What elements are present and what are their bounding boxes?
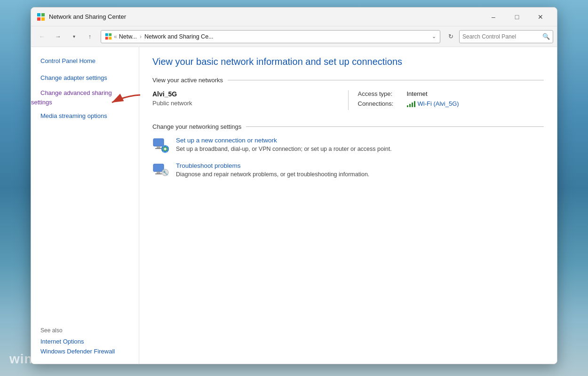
- svg-rect-2: [37, 17, 40, 21]
- active-networks-grid: Alvi_5G Public network Access type: Inte…: [152, 90, 544, 110]
- access-type-value: Internet: [407, 90, 428, 97]
- svg-rect-22: [155, 173, 162, 174]
- networking-settings-label: Change your networking settings: [152, 123, 241, 130]
- svg-rect-11: [155, 148, 162, 149]
- troubleshoot-icon: 🔧: [152, 162, 169, 179]
- svg-rect-10: [157, 146, 160, 148]
- sidebar-item-change-adapter-settings[interactable]: Change adapter settings: [31, 71, 139, 85]
- wifi-connection-link[interactable]: Wi-Fi (Alvi_5G): [407, 100, 459, 107]
- content-area: Control Panel Home Change adapter settin…: [31, 47, 557, 364]
- up-button[interactable]: ↑: [83, 30, 97, 43]
- address-box[interactable]: « Netw... › Network and Sharing Ce... ⌄: [101, 30, 440, 43]
- wifi-bar-1: [407, 105, 408, 107]
- networking-settings-section-header: Change your networking settings: [152, 123, 544, 130]
- breadcrumb-1: Netw...: [119, 33, 137, 40]
- svg-text:🔧: 🔧: [162, 170, 168, 176]
- setting-item-troubleshoot: 🔧 Troubleshoot problems Diagnose and rep…: [152, 162, 544, 179]
- connections-row: Connections: Wi-Fi (Alvi_5G): [358, 100, 544, 107]
- sidebar-item-control-panel-home[interactable]: Control Panel Home: [31, 55, 139, 68]
- network-type: Public network: [152, 100, 339, 107]
- wifi-link-text: Wi-Fi (Alvi_5G): [418, 100, 459, 107]
- svg-rect-7: [109, 37, 111, 39]
- forward-button[interactable]: →: [51, 30, 65, 43]
- see-also-label: See also: [40, 327, 129, 334]
- page-title: View your basic network information and …: [152, 56, 544, 67]
- sidebar-item-change-advanced-sharing[interactable]: Change advanced sharing settings: [31, 87, 112, 108]
- titlebar: Network and Sharing Center – □ ✕: [31, 8, 557, 26]
- sidebar-windows-defender-firewall[interactable]: Windows Defender Firewall: [40, 346, 129, 356]
- minimize-button[interactable]: –: [483, 9, 504, 24]
- sidebar-item-media-streaming-options[interactable]: Media streaming options: [31, 110, 139, 123]
- sidebar-internet-options[interactable]: Internet Options: [40, 337, 129, 346]
- address-icon: [105, 33, 112, 40]
- svg-rect-9: [153, 139, 164, 146]
- window-controls: – □ ✕: [483, 9, 551, 24]
- address-dropdown-arrow[interactable]: ⌄: [432, 33, 436, 39]
- maximize-button[interactable]: □: [506, 9, 528, 24]
- main-panel: View your basic network information and …: [139, 47, 557, 364]
- address-bar: ← → ▾ ↑ « Netw... › Network and Sharing …: [31, 26, 557, 47]
- svg-rect-4: [105, 33, 108, 36]
- new-connection-icon: [152, 137, 169, 154]
- new-connection-desc: Set up a broadband, dial-up, or VPN conn…: [176, 145, 392, 154]
- search-input[interactable]: [462, 33, 540, 40]
- active-networks-label: View your active networks: [152, 77, 223, 84]
- window-icon: [37, 13, 45, 21]
- search-box: 🔍: [459, 30, 553, 43]
- breadcrumb-2: Network and Sharing Ce...: [144, 33, 214, 40]
- wifi-bar-4: [414, 101, 415, 107]
- network-access: Access type: Internet Connections:: [349, 90, 544, 110]
- new-connection-link[interactable]: Set up a new connection or network: [176, 137, 392, 144]
- annotation-arrow: [106, 92, 144, 111]
- window: Network and Sharing Center – □ ✕ ← → ▾ ↑…: [31, 7, 557, 364]
- window-title: Network and Sharing Center: [49, 13, 483, 20]
- access-type-label: Access type:: [358, 90, 405, 97]
- setting-text-new-connection: Set up a new connection or network Set u…: [176, 137, 392, 154]
- refresh-button[interactable]: ↻: [444, 30, 457, 43]
- back-button[interactable]: ←: [35, 30, 49, 43]
- troubleshoot-desc: Diagnose and repair network problems, or…: [176, 171, 369, 179]
- troubleshoot-link[interactable]: Troubleshoot problems: [176, 162, 369, 169]
- network-name: Alvi_5G: [152, 90, 339, 98]
- close-button[interactable]: ✕: [530, 9, 551, 24]
- wifi-bar-2: [409, 104, 411, 107]
- network-info: Alvi_5G Public network: [152, 90, 349, 110]
- svg-rect-1: [41, 13, 45, 16]
- connections-label: Connections:: [358, 100, 405, 107]
- setting-text-troubleshoot: Troubleshoot problems Diagnose and repai…: [176, 162, 369, 179]
- sidebar: Control Panel Home Change adapter settin…: [31, 47, 139, 364]
- wifi-bar-3: [412, 102, 413, 107]
- svg-rect-5: [109, 33, 111, 36]
- sidebar-see-also: See also Internet Options Windows Defend…: [31, 320, 139, 356]
- wifi-bars-icon: [407, 101, 415, 107]
- dropdown-button[interactable]: ▾: [67, 30, 81, 43]
- active-networks-section-header: View your active networks: [152, 77, 544, 84]
- access-type-row: Access type: Internet: [358, 90, 544, 97]
- svg-rect-6: [105, 37, 108, 39]
- svg-rect-0: [37, 13, 40, 16]
- svg-rect-21: [157, 172, 160, 173]
- setting-item-new-connection: Set up a new connection or network Set u…: [152, 137, 544, 154]
- svg-rect-3: [41, 17, 45, 21]
- search-icon[interactable]: 🔍: [542, 33, 550, 40]
